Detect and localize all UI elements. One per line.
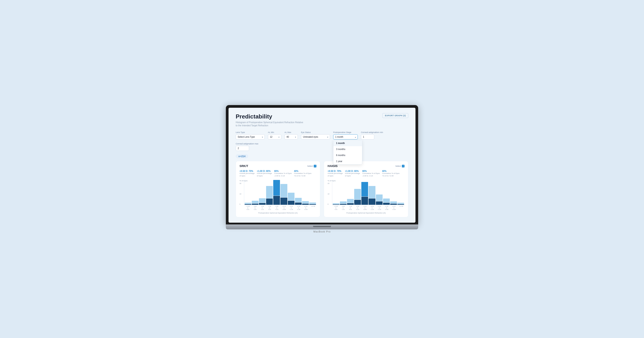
h-bar-group-7 — [376, 194, 382, 205]
bar-dark-7 — [288, 201, 294, 205]
bar-group-8 — [295, 198, 302, 205]
srkt-select[interactable]: Select — [307, 165, 316, 168]
bar-group-4 — [266, 186, 273, 205]
bar-dark-3 — [259, 203, 266, 205]
srkt-stat-3: 80% Cumulative % of Eyes-2.00 to -0.14 — [274, 170, 292, 177]
postop-stage-select[interactable]: 1 month 3 months 6 months 1 year — [333, 134, 358, 140]
bar-dark-5 — [273, 196, 280, 205]
al-min-select[interactable]: 12 — [268, 134, 281, 140]
corneal-max-label: Corneal astigmatism max — [236, 142, 258, 145]
haigis-bars — [332, 182, 404, 205]
bar-dark-4 — [266, 198, 273, 205]
haigis-stat-3: 80% Cumulative % of Eyes-2.00 to -0.14 — [362, 170, 380, 177]
lens-type-select-wrapper: Select Lens Type Monofocal Toric — [236, 134, 265, 140]
srkt-title: SRK/T — [240, 164, 248, 168]
h-bar-group-5 — [361, 182, 368, 205]
h-bar-group-4 — [354, 189, 361, 205]
postop-stage-container: 1 month 3 months 6 months 1 year 1 month… — [333, 134, 358, 140]
laptop-notch — [313, 226, 331, 227]
h-bar-group-3 — [347, 199, 354, 205]
lens-type-select[interactable]: Select Lens Type Monofocal Toric — [236, 134, 265, 140]
srkt-chart-header: SRK/T Select — [240, 164, 316, 168]
filter-corneal-max: Corneal astigmatism max — [236, 142, 258, 151]
bar-dark-6 — [280, 198, 287, 205]
h-bar-group-8 — [383, 198, 390, 205]
filter-corneal-min: Corneal astigmatism min — [361, 131, 383, 140]
macbook-label: MacBook Pro — [313, 230, 330, 233]
haigis-title: HAIGIS — [328, 164, 338, 168]
bar-group-7 — [288, 193, 294, 205]
srkt-bars — [244, 180, 316, 205]
srkt-y-axis: 30 10 0 — [240, 183, 241, 205]
haigis-select[interactable]: Select — [395, 165, 404, 168]
postop-stage-label: Postoperative Stage — [333, 131, 358, 134]
srkt-checkbox — [314, 165, 316, 168]
bar-group-2 — [252, 201, 258, 205]
bar-light-1 — [245, 203, 251, 204]
al-min-label: AL Min — [268, 131, 281, 134]
corneal-max-input[interactable] — [236, 146, 249, 151]
h-bar-group-10 — [397, 203, 404, 205]
eye-status-select[interactable]: Untreated eyes Treated eyes All eyes — [301, 134, 330, 140]
al-min-select-wrapper: 12 — [268, 134, 281, 140]
filter-lens-type: Lens Type Select Lens Type Monofocal Tor… — [236, 131, 265, 140]
corneal-min-label: Corneal astigmatism min — [361, 131, 383, 134]
dropdown-item-1month[interactable]: 1 month — [334, 140, 362, 146]
h-bar-group-1 — [333, 203, 340, 205]
dropdown-item-6months[interactable]: 6 months — [334, 152, 362, 158]
haigis-checkbox — [402, 165, 404, 168]
srkt-stat-2: +1.00 D: 80% Overall percentageof eyes — [257, 170, 272, 177]
haigis-stat-4: 40% Cumulative % of Eyes+0.14 to +2.00 — [382, 170, 399, 177]
app-content: Predictability Histogram of Postoperativ… — [228, 108, 416, 222]
bar-dark-10 — [309, 204, 316, 205]
bar-mid-5 — [273, 180, 280, 196]
export-button[interactable]: EXPORT GRAPH (2) — [382, 113, 408, 118]
postop-select-wrapper: 1 month 3 months 6 months 1 year — [333, 134, 358, 140]
bar-group-5 — [273, 180, 280, 205]
haigis-y-axis: 20 10 0 — [328, 183, 330, 205]
bar-dark-8 — [295, 202, 302, 205]
srkt-stat-4: 40% Cumulative % of Eyes+0.14 to +2.00 — [294, 170, 311, 177]
srkt-bar-area: 30 10 0 — [240, 183, 316, 205]
al-max-select[interactable]: 40 — [284, 134, 298, 140]
haigis-x-labels: <-3.00to-3.61 -2.00to-1.51 -1.00to-0.51 … — [328, 206, 404, 210]
al-max-select-wrapper: 40 — [284, 134, 298, 140]
bar-light-2 — [252, 201, 258, 204]
eye-status-select-wrapper: Untreated eyes Treated eyes All eyes — [301, 134, 330, 140]
laptop-base — [226, 224, 418, 229]
haigis-chart-header: HAIGIS Select — [328, 164, 404, 168]
laptop-wrapper: Predictability Histogram of Postoperativ… — [226, 105, 418, 233]
bar-light-6 — [280, 184, 287, 198]
srkt-x-labels: <-3.00to-3.51 -3.00to-2.51 -1.50to-1.01 … — [240, 206, 316, 210]
bar-light-7 — [288, 193, 294, 200]
haigis-stat-1: +0.50 D: 70% Overall percentageof eyes — [328, 170, 343, 177]
lens-type-label: Lens Type — [236, 131, 265, 134]
bar-light-9 — [302, 201, 309, 204]
haigis-stat-2: +1.00 D: 80% Overall percentageof eyes — [345, 170, 360, 177]
bar-group-10 — [309, 202, 316, 205]
srkt-stats-row: +0.50 D: 70% Overall percentageof eyes +… — [240, 170, 316, 177]
srkt-stat-1: +0.50 D: 70% Overall percentageof eyes — [240, 170, 255, 177]
haigis-chart-card: HAIGIS Select +0.50 D: 70% Overall perce… — [324, 161, 408, 217]
bar-light-10 — [309, 202, 316, 204]
bar-dark-9 — [302, 204, 309, 205]
haigis-bar-area: 20 10 0 — [328, 183, 404, 205]
filter-al-max: AL Max 40 — [284, 131, 298, 140]
eye-status-label: Eye Status — [301, 131, 330, 134]
bar-light-4 — [266, 186, 273, 198]
dropdown-item-3months[interactable]: 3 months — [334, 146, 362, 152]
n-count-badge: n=214 — [236, 154, 248, 158]
bar-group-1 — [245, 203, 251, 205]
dropdown-item-1year[interactable]: 1 year — [334, 158, 362, 164]
postop-dropdown: 1 month 3 months 6 months 1 year — [333, 140, 362, 164]
corneal-min-input[interactable] — [361, 134, 374, 140]
bar-light-3 — [259, 198, 266, 203]
srkt-x-title: Postoperative Spherical Equivalent Refra… — [240, 212, 316, 214]
filter-al-min: AL Min 12 — [268, 131, 281, 140]
haigis-y-label: % of Eyes — [328, 180, 404, 182]
h-bar-group-2 — [340, 202, 346, 205]
al-max-label: AL Max — [284, 131, 298, 134]
screen-inner: Predictability Histogram of Postoperativ… — [228, 108, 416, 222]
haigis-x-title: Postoperative Spherical Equivalent Refra… — [328, 212, 404, 214]
filter-postop-stage: Postoperative Stage 1 month 3 months 6 m… — [333, 131, 358, 140]
